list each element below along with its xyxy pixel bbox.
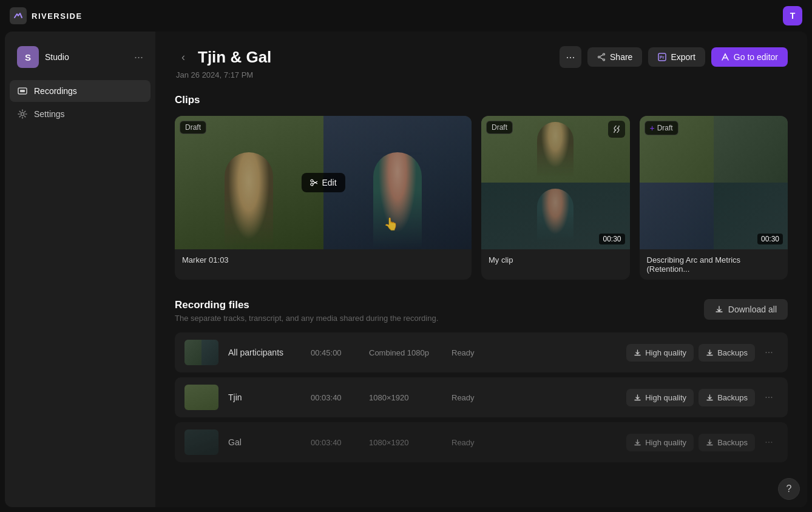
tjin-download-icon: [634, 394, 641, 402]
recording-row-all: All participants 00:45:00 Combined 1080p…: [175, 332, 788, 372]
svg-text:Pr: Pr: [660, 55, 665, 59]
clip-2-duration: 00:30: [599, 234, 624, 244]
gal-more-button[interactable]: ···: [760, 433, 778, 451]
recordings-icon: [17, 86, 28, 96]
clip-1-edit-overlay[interactable]: Edit: [301, 173, 345, 192]
svg-line-7: [600, 58, 603, 59]
gal-name: Gal: [228, 437, 301, 447]
all-participants-backups-label: Backups: [717, 348, 748, 357]
recording-files-header: Recording files The separate tracks, tra…: [175, 299, 788, 323]
topbar-logo-text: RIVERSIDE: [32, 12, 83, 21]
tjin-hq-button[interactable]: High quality: [626, 389, 694, 406]
clip-3-duration: 00:30: [757, 234, 783, 244]
studio-more-button[interactable]: ···: [134, 51, 143, 64]
sidebar: S Studio ··· Recordings: [5, 32, 155, 507]
help-button[interactable]: ?: [778, 478, 800, 500]
download-all-button[interactable]: Download all: [704, 299, 788, 320]
tjin-name: Tjin: [228, 392, 301, 402]
studio-avatar: S: [17, 46, 39, 68]
sidebar-settings-label: Settings: [34, 109, 65, 119]
editor-label: Go to editor: [734, 52, 778, 62]
gal-duration: 00:03:40: [311, 438, 359, 447]
gal-hq-label: High quality: [645, 438, 686, 447]
clip-card-2[interactable]: Draft 00:30 My clip: [481, 116, 630, 280]
recording-row-tjin: Tjin 00:03:40 1080×1920 Ready High quali…: [175, 377, 788, 417]
svg-point-11: [310, 183, 313, 186]
tjin-quality: 1080×1920: [369, 393, 442, 402]
scissors-icon: [310, 178, 318, 187]
gal-backups-label: Backups: [717, 438, 748, 447]
tjin-duration: 00:03:40: [311, 393, 359, 402]
gal-hq-button[interactable]: High quality: [626, 434, 694, 451]
sidebar-item-settings[interactable]: Settings: [10, 103, 151, 125]
clip-3-label: Describing Arc and Metrics (Retention...: [640, 249, 788, 280]
backups-icon: [706, 349, 714, 357]
svg-point-3: [603, 53, 605, 55]
all-participants-more-button[interactable]: ···: [760, 343, 778, 362]
clip-2-actions: [608, 121, 625, 138]
session-more-button[interactable]: ···: [560, 46, 581, 68]
go-to-editor-button[interactable]: Go to editor: [711, 47, 788, 67]
main-layout: S Studio ··· Recordings: [5, 32, 807, 507]
gal-backups-icon: [706, 439, 714, 446]
gal-status: Ready: [452, 438, 488, 447]
all-participants-backups-button[interactable]: Backups: [699, 344, 755, 362]
tjin-thumb: [184, 385, 218, 410]
recording-files-title: Recording files: [175, 299, 438, 311]
tjin-status: Ready: [452, 393, 488, 402]
download-all-label: Download all: [728, 305, 777, 314]
topbar-user-avatar[interactable]: T: [783, 6, 802, 25]
clip-2-link-icon[interactable]: [608, 121, 625, 138]
clip-card-3[interactable]: + Draft 00:30 Describing Arc and Metrics…: [640, 116, 788, 280]
back-button[interactable]: ‹: [175, 49, 192, 66]
main-content: ‹ Tjin & Gal ··· Share P: [155, 32, 807, 507]
sidebar-recordings-label: Recordings: [34, 86, 77, 96]
clip-1-badge: Draft: [180, 121, 206, 134]
export-icon: Pr: [658, 53, 666, 61]
tjin-backups-label: Backups: [717, 393, 748, 402]
gal-thumb: [184, 429, 218, 455]
svg-point-10: [310, 180, 313, 182]
all-participants-quality: Combined 1080p: [369, 348, 442, 357]
all-participants-hq-label: High quality: [645, 348, 686, 357]
gal-quality: 1080×1920: [369, 438, 442, 447]
share-label: Share: [610, 52, 632, 62]
sidebar-item-recordings[interactable]: Recordings: [10, 80, 151, 102]
clip-1-label: Marker 01:03: [175, 249, 472, 271]
svg-point-5: [603, 59, 605, 61]
all-participants-name: All participants: [228, 348, 301, 357]
content-header: ‹ Tjin & Gal ··· Share P: [175, 46, 788, 68]
all-participants-actions: High quality Backups ···: [626, 343, 778, 362]
svg-line-6: [600, 55, 603, 56]
clip-card-1[interactable]: Draft Edit: [175, 116, 472, 280]
all-participants-thumb: [184, 340, 218, 365]
studio-name-label: Studio: [45, 52, 128, 62]
recording-files-description: The separate tracks, transcript, and any…: [175, 314, 438, 323]
recording-files-title-group: Recording files The separate tracks, tra…: [175, 299, 438, 323]
topbar: RIVERSIDE T: [0, 0, 812, 32]
gal-download-icon: [634, 439, 641, 446]
tjin-more-button[interactable]: ···: [760, 388, 778, 406]
studio-row[interactable]: S Studio ···: [10, 41, 151, 73]
clip-2-badge: Draft: [486, 121, 513, 134]
gal-backups-button[interactable]: Backups: [699, 434, 755, 451]
clip-3-badge-plus: +: [650, 123, 655, 133]
gal-actions: High quality Backups ···: [626, 433, 778, 451]
session-title: Tjin & Gal: [198, 48, 553, 67]
sidebar-nav: Recordings Settings: [5, 75, 155, 130]
clips-grid: Draft Edit: [175, 116, 788, 280]
all-participants-status: Ready: [452, 348, 488, 357]
share-button[interactable]: Share: [587, 47, 642, 67]
editor-icon: [721, 53, 729, 61]
edit-label: Edit: [322, 178, 336, 187]
tjin-hq-label: High quality: [645, 393, 686, 402]
riverside-logo-icon: [10, 7, 27, 24]
export-label: Export: [671, 52, 695, 62]
tjin-actions: High quality Backups ···: [626, 388, 778, 406]
tjin-backups-button[interactable]: Backups: [699, 389, 755, 406]
topbar-logo: RIVERSIDE: [10, 7, 83, 24]
session-date: Jan 26 2024, 7:17 PM: [176, 70, 788, 79]
export-button[interactable]: Pr Export: [648, 47, 705, 67]
recording-row-gal: Gal 00:03:40 1080×1920 Ready High qualit…: [175, 422, 788, 462]
all-participants-hq-button[interactable]: High quality: [626, 344, 694, 362]
